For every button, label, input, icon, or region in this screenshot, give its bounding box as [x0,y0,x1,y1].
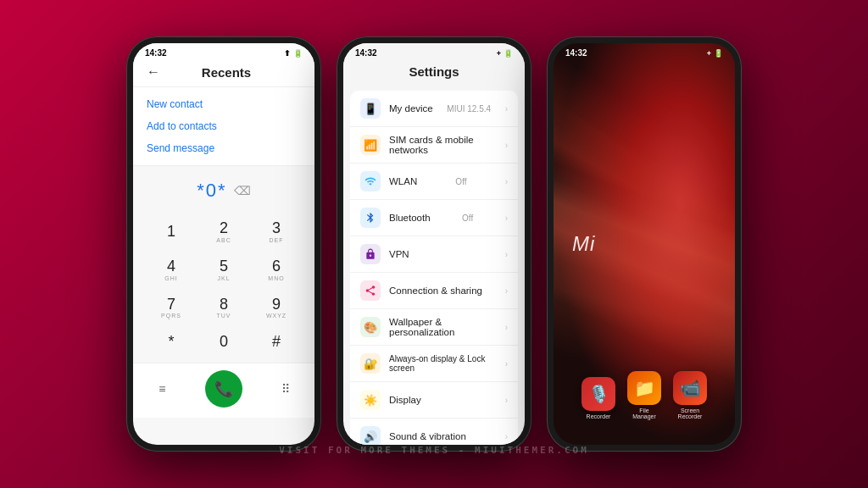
settings-row: Connection & sharing › [389,286,508,296]
settings-item-display[interactable]: ☀️ Display › [350,382,518,419]
settings-name: Bluetooth [389,213,431,223]
settings-name: My device [389,103,433,114]
dial-key-7[interactable]: 7 PQRS [147,291,195,324]
settings-value: Off [455,177,466,186]
settings-row: SIM cards & mobile networks › [389,135,508,155]
mi-logo: Mi [572,232,595,256]
dial-display: *0* ⌫ [197,180,250,202]
recorder-app-label: Recorder [587,413,611,419]
add-to-contacts-button[interactable]: Add to contacts [147,116,301,136]
key-num: 4 [167,258,175,275]
wallpaper-icon: 🎨 [360,317,381,337]
dial-key-hash[interactable]: # [253,329,300,356]
dial-key-0[interactable]: 0 [200,329,248,356]
key-letters: MNO [268,275,284,281]
settings-value: Off [462,214,473,223]
file-manager-app[interactable]: 📁 File Manager [627,371,661,419]
key-num: 6 [272,258,281,275]
dial-key-4[interactable]: 4 GHI [147,253,195,286]
key-num: 5 [220,258,228,275]
chevron-icon: › [505,359,508,369]
dial-key-2[interactable]: 2 ABC [200,215,248,248]
settings-row: Sound & vibration › [389,431,508,441]
phone-1-time: 14:32 [145,48,167,58]
dial-key-5[interactable]: 5 JKL [200,253,248,286]
apps-dock: 🎙️ Recorder 📁 File Manager 📹 Screen Reco… [581,371,707,419]
settings-item-sim[interactable]: 📶 SIM cards & mobile networks › [350,127,518,164]
settings-item-wallpaper[interactable]: 🎨 Wallpaper & personalization › [350,309,518,346]
settings-name: VPN [389,249,409,259]
key-num: * [168,334,174,351]
settings-name: SIM cards & mobile networks [389,135,505,155]
dial-key-3[interactable]: 3 DEF [253,215,300,248]
key-letters: WXYZ [266,313,287,319]
dial-key-8[interactable]: 8 TUV [200,291,248,324]
key-letters: ABC [216,237,231,243]
dial-key-1[interactable]: 1 [147,215,195,248]
key-num: 2 [220,220,228,237]
vpn-icon [360,244,381,264]
connection-sharing-icon [360,280,381,301]
lock-icon: 🔐 [360,353,381,374]
dial-key-star[interactable]: * [147,329,195,356]
bluetooth-icon [360,208,381,228]
phone-3-frame: 14:32 + 🔋 Mi 🎙️ Recorder 📁 File Manager … [547,36,742,452]
settings-row: WLAN Off › [389,176,508,186]
dial-number: *0* [197,180,226,202]
settings-title: Settings [357,64,511,82]
key-num: 8 [220,297,228,313]
page-title: Recents [169,65,301,80]
settings-row: Always-on display & Lock screen › [389,354,508,373]
display-icon: ☀️ [360,390,381,410]
recorder-app[interactable]: 🎙️ Recorder [581,377,615,419]
key-letters: TUV [217,313,231,319]
key-num: 1 [167,224,175,241]
settings-row: Wallpaper & personalization › [389,317,508,337]
settings-name: Always-on display & Lock screen [389,354,505,373]
menu-button[interactable]: ≡ [147,374,177,404]
chevron-icon: › [505,250,508,259]
sound-icon: 🔊 [360,426,381,445]
settings-item-vpn[interactable]: VPN › [350,236,518,273]
wifi-icon [360,171,381,191]
delete-digit-button[interactable]: ⌫ [234,184,251,197]
call-button[interactable]: 📞 [205,370,242,408]
device-icon: 📱 [360,98,381,119]
settings-name: Connection & sharing [389,286,482,296]
dialpad-grid: 1 2 ABC 3 DEF 4 GHI 5 JKL [147,215,300,356]
key-num: 0 [220,334,228,351]
dial-key-6[interactable]: 6 MNO [253,253,300,286]
settings-item-wlan[interactable]: WLAN Off › [350,164,518,200]
settings-item-connection-sharing[interactable]: Connection & sharing › [350,273,518,309]
send-message-button[interactable]: Send message [147,138,301,158]
settings-item-lock-screen[interactable]: 🔐 Always-on display & Lock screen › [350,346,518,382]
phone-2-frame: 14:32 + 🔋 Settings 📱 My device MIUI 12.5… [337,36,531,452]
settings-item-my-device[interactable]: 📱 My device MIUI 12.5.4 › [350,91,518,127]
key-letters: JKL [217,275,230,281]
contact-actions-list: New contact Add to contacts Send message [133,87,314,166]
settings-list: 📱 My device MIUI 12.5.4 › 📶 SIM cards & … [350,91,518,445]
settings-row: Bluetooth Off › [389,213,508,223]
new-contact-button[interactable]: New contact [147,94,301,114]
settings-item-sound[interactable]: 🔊 Sound & vibration › [350,419,518,445]
dial-key-9[interactable]: 9 WXYZ [253,291,300,324]
settings-name: Sound & vibration [389,431,466,441]
settings-row: My device MIUI 12.5.4 › [389,103,508,114]
key-num: 9 [272,297,281,313]
file-manager-app-icon: 📁 [627,371,661,405]
dialpad-button[interactable]: ⠿ [270,374,301,404]
chevron-icon: › [505,396,508,405]
recorder-app-icon: 🎙️ [581,377,615,411]
settings-item-bluetooth[interactable]: Bluetooth Off › [350,200,518,236]
back-button[interactable]: ← [147,64,160,80]
phone-3-status-icons: + 🔋 [707,49,723,58]
sim-icon: 📶 [360,135,381,155]
phone-1-status-bar: 14:32 ⬆ 🔋 [133,43,314,61]
key-letters: GHI [164,275,177,281]
phone-2-status-icons: + 🔋 [497,49,513,58]
screen-recorder-app[interactable]: 📹 Screen Recorder [673,371,707,419]
settings-name: WLAN [389,176,417,186]
key-num: 7 [167,297,175,313]
phone-1-screen: 14:32 ⬆ 🔋 ← Recents New contact Add to c… [133,43,314,445]
settings-row: VPN › [389,249,508,259]
